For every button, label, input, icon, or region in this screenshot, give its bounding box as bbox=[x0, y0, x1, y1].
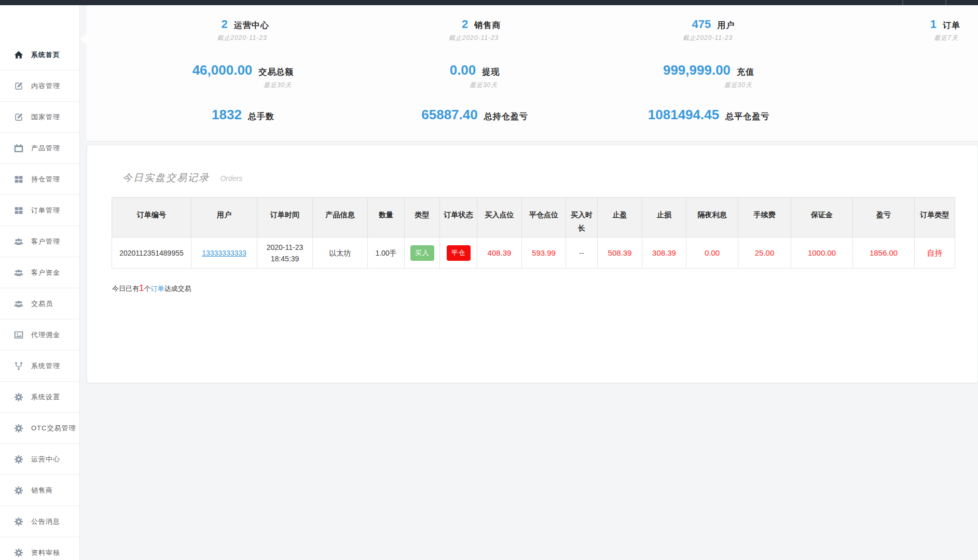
gear-icon bbox=[13, 548, 24, 558]
sidebar-item-otc[interactable]: OTC交易管理 bbox=[0, 413, 79, 444]
col-header-overnight-interest: 隔夜利息 bbox=[686, 198, 738, 237]
sidebar-item-home[interactable]: 系统首页 bbox=[0, 39, 79, 71]
stat-label: 交易总额 bbox=[258, 67, 294, 78]
stat-value: 1081494.45 bbox=[648, 107, 719, 123]
home-icon bbox=[13, 50, 24, 60]
cell-fee: 25.00 bbox=[738, 237, 791, 269]
sidebar-item-trader[interactable]: 交易员 bbox=[0, 288, 79, 319]
summary-mid: 个 bbox=[144, 285, 150, 292]
users-icon bbox=[13, 236, 24, 247]
stat-value: 475 bbox=[692, 18, 711, 31]
sidebar-item-label: 运营中心 bbox=[31, 455, 60, 464]
stat-label: 总持仓盈亏 bbox=[484, 111, 528, 122]
sidebar-item-system-manage[interactable]: 系统管理 bbox=[0, 351, 79, 382]
sidebar-item-label: 客户管理 bbox=[31, 237, 60, 246]
col-header-user: 用户 bbox=[191, 198, 257, 237]
sidebar-item-label: 系统设置 bbox=[31, 393, 60, 402]
stat-label: 充值 bbox=[737, 67, 754, 78]
stat-value: 1 bbox=[930, 18, 936, 31]
sidebar-item-label: 国家管理 bbox=[31, 113, 60, 122]
cell-order-time: 2020-11-23 18:45:39 bbox=[257, 237, 313, 269]
user-link[interactable]: 13333333333 bbox=[202, 249, 246, 257]
table-header-row: 订单编号 用户 订单时间 产品信息 数量 类型 订单状态 买入点位 平仓点位 买… bbox=[112, 198, 955, 237]
sidebar-item-order[interactable]: 订单管理 bbox=[0, 195, 79, 226]
cell-order-no: 2020112351489955 bbox=[112, 237, 191, 269]
sidebar-item-product[interactable]: 产品管理 bbox=[0, 133, 79, 164]
col-header-order-no: 订单编号 bbox=[112, 198, 191, 237]
gear-icon bbox=[13, 392, 24, 402]
gear-icon bbox=[13, 423, 24, 433]
col-header-order-time: 订单时间 bbox=[257, 198, 313, 237]
stat-label: 提现 bbox=[482, 67, 500, 78]
cell-buy-duration: -- bbox=[566, 237, 598, 269]
order-time-date: 2020-11-23 bbox=[259, 242, 310, 253]
sidebar-item-customer-funds[interactable]: 客户资金 bbox=[0, 257, 79, 288]
sidebar-item-agent-commission[interactable]: 代理佣金 bbox=[0, 319, 79, 351]
closed-badge: 平仓 bbox=[447, 245, 471, 261]
gear-icon bbox=[13, 454, 24, 465]
sidebar-item-label: 系统管理 bbox=[31, 361, 60, 371]
stat-value: 999,999.00 bbox=[663, 62, 731, 78]
col-header-take-profit: 止盈 bbox=[598, 198, 642, 237]
stat-total-trade: 46,000.00交易总额 最近30天 bbox=[87, 62, 363, 107]
cell-type: 买入 bbox=[405, 237, 440, 269]
sidebar-item-ops-center[interactable]: 运营中心 bbox=[0, 444, 79, 475]
stat-subtitle: 最近30天 bbox=[450, 81, 500, 90]
summary-order-link[interactable]: 订单 bbox=[150, 285, 164, 292]
stat-label: 总平仓盈亏 bbox=[725, 111, 769, 122]
topbar-separator bbox=[902, 0, 903, 5]
stat-empty bbox=[831, 62, 978, 107]
stat-closed-pnl: 1081494.45总平仓盈亏 bbox=[586, 107, 831, 151]
users-icon bbox=[13, 299, 24, 309]
sidebar-item-label: 内容管理 bbox=[31, 81, 60, 91]
edit-icon bbox=[13, 81, 24, 91]
sidebar-item-system-settings[interactable]: 系统设置 bbox=[0, 382, 79, 413]
cell-product: 以太坊 bbox=[313, 237, 368, 269]
edit-icon bbox=[13, 112, 24, 122]
stat-orders: 1订单 最近7天 bbox=[831, 18, 978, 62]
col-header-buy-duration: 买入时长 bbox=[566, 198, 598, 237]
stats-panel: 2运营中心 截止2020-11-23 2销售商 截止2020-11-23 475… bbox=[87, 5, 978, 142]
stat-label: 销售商 bbox=[474, 20, 501, 31]
card-title-text: 今日实盘交易记录 bbox=[122, 172, 210, 183]
sidebar-item-label: 资料审核 bbox=[31, 548, 60, 557]
cell-quantity: 1.00手 bbox=[368, 237, 405, 269]
cell-close-point: 593.99 bbox=[522, 237, 566, 269]
orders-card-title: 今日实盘交易记录 Orders bbox=[122, 171, 954, 185]
sidebar-item-content[interactable]: 内容管理 bbox=[0, 71, 79, 102]
sidebar-item-seller[interactable]: 销售商 bbox=[0, 475, 79, 506]
col-header-quantity: 数量 bbox=[368, 198, 405, 237]
grid-icon bbox=[13, 205, 24, 216]
stat-subtitle: 最近30天 bbox=[192, 81, 294, 90]
sidebar-item-label: 持仓管理 bbox=[31, 175, 60, 184]
stat-total-lots: 1832总手数 bbox=[87, 107, 363, 151]
sidebar-item-label: 产品管理 bbox=[31, 144, 60, 153]
sidebar-item-country[interactable]: 国家管理 bbox=[0, 102, 79, 133]
stat-subtitle: 最近30天 bbox=[663, 81, 754, 90]
sidebar-item-label: OTC交易管理 bbox=[31, 424, 76, 433]
stat-label: 用户 bbox=[717, 20, 735, 31]
stat-open-pnl: 65887.40总持仓盈亏 bbox=[363, 107, 586, 151]
main-content: 2运营中心 截止2020-11-23 2销售商 截止2020-11-23 475… bbox=[87, 5, 978, 383]
col-header-type: 类型 bbox=[405, 198, 440, 237]
sidebar-item-data-audit[interactable]: 资料审核 bbox=[0, 537, 79, 560]
stat-value: 0.00 bbox=[450, 62, 476, 78]
sidebar-item-customer[interactable]: 客户管理 bbox=[0, 226, 79, 257]
sidebar-item-label: 公告消息 bbox=[31, 517, 60, 526]
stat-value: 2 bbox=[462, 18, 468, 31]
orders-card: 今日实盘交易记录 Orders 订单编号 用户 订单时间 产品信息 数量 类型 bbox=[87, 145, 978, 383]
sidebar-item-position[interactable]: 持仓管理 bbox=[0, 164, 79, 195]
stat-label: 总手数 bbox=[248, 111, 274, 122]
cell-status: 平仓 bbox=[440, 237, 477, 269]
sidebar-item-announcement[interactable]: 公告消息 bbox=[0, 506, 79, 537]
summary-prefix: 今日已有 bbox=[112, 285, 139, 292]
orders-summary: 今日已有1个订单达成交易 bbox=[112, 283, 954, 293]
stat-value: 65887.40 bbox=[421, 107, 477, 123]
table-row: 2020112351489955 13333333333 2020-11-23 … bbox=[112, 237, 955, 269]
col-header-order-type: 订单类型 bbox=[915, 198, 955, 237]
stat-deposit: 999,999.00充值 最近30天 bbox=[586, 62, 831, 107]
col-header-margin: 保证金 bbox=[791, 198, 853, 237]
users-icon bbox=[13, 268, 24, 278]
summary-suffix: 达成交易 bbox=[164, 285, 191, 292]
topbar-separator bbox=[945, 0, 946, 5]
